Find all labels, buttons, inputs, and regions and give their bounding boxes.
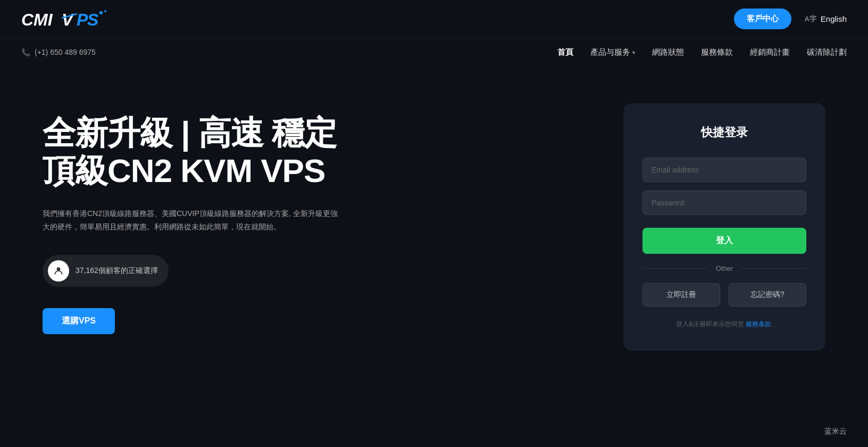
phone-icon: 📞 — [21, 48, 30, 56]
svg-point-6 — [104, 10, 106, 12]
terms-text: 登入&注册即表示您同意 服務条款. — [642, 319, 806, 329]
subheader: 📞 (+1) 650 489 6975 首頁 產品与服务 ▾ 網路狀態 服務條款… — [0, 38, 868, 66]
login-button[interactable]: 登入 — [642, 228, 806, 254]
footer-watermark: 蓝米云 — [824, 427, 847, 436]
hero-left: 全新升級 | 高速 穩定 頂級CN2 KVM VPS 我們擁有香港CN2頂級線路… — [43, 98, 404, 334]
language-icon: A字 — [804, 14, 816, 24]
client-center-button[interactable]: 客戶中心 — [734, 9, 791, 29]
email-input[interactable] — [642, 158, 806, 182]
other-label: Other — [716, 264, 733, 272]
customer-count: 37,162個顧客的正確選擇 — [76, 266, 158, 276]
svg-point-5 — [99, 11, 103, 14]
chevron-down-icon: ▾ — [632, 49, 635, 55]
svg-text:P: P — [77, 10, 88, 29]
login-title: 快捷登录 — [642, 125, 806, 140]
hero-section: 全新升級 | 高速 穩定 頂級CN2 KVM VPS 我們擁有香港CN2頂級線路… — [0, 66, 868, 447]
header: CMI V P S 客戶中心 A字 English — [0, 0, 868, 38]
header-right: 客戶中心 A字 English — [734, 9, 847, 29]
logo[interactable]: CMI V P S — [21, 9, 117, 30]
phone-number: (+1) 650 489 6975 — [35, 48, 96, 56]
svg-text:V: V — [62, 10, 74, 29]
action-row: 立即註冊 忘記密碼? — [642, 283, 806, 307]
hero-title: 全新升級 | 高速 穩定 頂級CN2 KVM VPS — [43, 114, 404, 190]
nav-menu: 首頁 產品与服务 ▾ 網路狀態 服務條款 經銷商計畫 碳清除計劃 — [557, 47, 847, 57]
language-selector[interactable]: A字 English — [804, 14, 847, 24]
watermark-text: 蓝米云 — [824, 427, 847, 435]
divider: Other — [642, 264, 806, 272]
login-card: 快捷登录 登入 Other 立即註冊 忘記密碼? 登入&注册即表示您同意 服務条… — [623, 103, 825, 351]
nav-item-products[interactable]: 產品与服务 ▾ — [590, 47, 635, 57]
badge-icon — [48, 260, 69, 282]
language-label: English — [821, 14, 847, 23]
header-left: CMI V P S — [21, 9, 117, 30]
divider-line-right — [741, 268, 806, 269]
nav-item-home[interactable]: 首頁 — [557, 47, 573, 57]
svg-text:CMI: CMI — [21, 10, 53, 29]
phone-info: 📞 (+1) 650 489 6975 — [21, 48, 96, 56]
nav-item-carbon[interactable]: 碳清除計劃 — [807, 47, 847, 57]
svg-text:S: S — [87, 10, 99, 29]
svg-point-7 — [57, 267, 61, 271]
hero-description: 我們擁有香港CN2頂級線路服務器、美國CUVIP頂級線路服務器的解決方案, 全新… — [43, 207, 340, 234]
forgot-password-button[interactable]: 忘記密碼? — [729, 283, 806, 307]
divider-line-left — [642, 268, 707, 269]
hero-title-line2: 頂級CN2 KVM VPS — [43, 152, 325, 189]
nav-item-reseller[interactable]: 經銷商計畫 — [750, 47, 790, 57]
hero-title-line1: 全新升級 | 高速 穩定 — [43, 114, 337, 151]
customer-badge: 37,162個顧客的正確選擇 — [43, 255, 169, 287]
email-form-group — [642, 158, 806, 182]
nav-item-terms[interactable]: 服務條款 — [701, 47, 733, 57]
nav-item-network[interactable]: 網路狀態 — [652, 47, 684, 57]
terms-link[interactable]: 服務条款 — [746, 320, 771, 328]
buy-vps-button[interactable]: 選購VPS — [43, 308, 115, 334]
password-input[interactable] — [642, 191, 806, 215]
password-form-group — [642, 191, 806, 215]
register-button[interactable]: 立即註冊 — [642, 283, 720, 307]
